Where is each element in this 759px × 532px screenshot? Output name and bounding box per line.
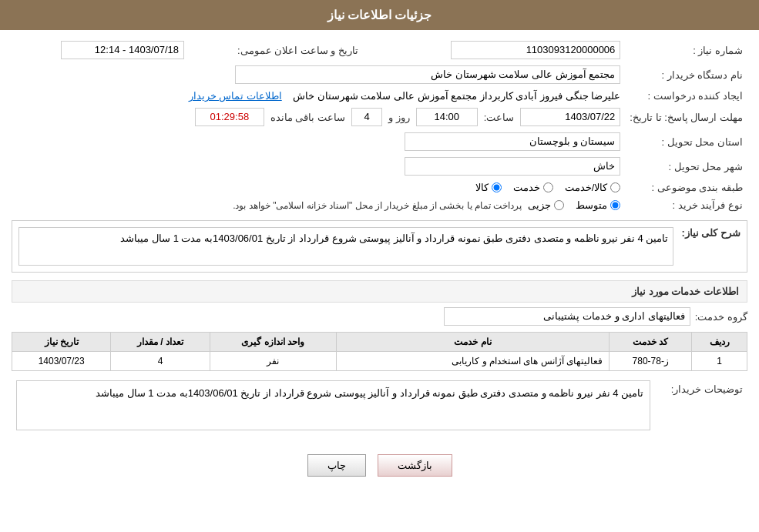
creator-value: علیرضا جنگی فیروز آبادی کاربرداز مجتمع آ…: [293, 90, 620, 102]
send-days-label: روز و: [388, 112, 410, 123]
category-value-cell: کالا/خدمت خدمت کالا: [12, 179, 625, 196]
category-radio-kala-khedmat[interactable]: [610, 182, 620, 192]
table-row: 1 ز-78-780 فعالیتهای آژانس های استخدام و…: [12, 352, 747, 371]
send-days: 4: [351, 108, 382, 126]
purchase-type-note: پرداخت تمام یا بخشی از مبلغ خریدار از مح…: [233, 200, 522, 211]
need-number-label: شماره نیاز :: [625, 38, 747, 62]
col-name: نام خدمت: [336, 333, 609, 352]
send-date: 1403/07/22: [520, 108, 620, 126]
cell-code: ز-78-780: [610, 352, 692, 371]
services-table-body: 1 ز-78-780 فعالیتهای آژانس های استخدام و…: [12, 352, 747, 371]
send-remaining-label: ساعت باقی مانده: [270, 112, 345, 123]
general-desc-section: شرح کلی نیاز: تامین 4 نفر نیرو ناظمه و م…: [12, 220, 747, 273]
col-quantity: تعداد / مقدار: [111, 333, 210, 352]
purchase-type-option-motaveset[interactable]: متوسط: [576, 199, 620, 211]
category-label-kala: کالا: [475, 182, 489, 193]
purchase-type-row: متوسط جزیی پرداخت تمام یا بخشی از مبلغ خ…: [16, 199, 620, 211]
row-category: طبقه بندی موضوعی : کالا/خدمت خدمت: [12, 179, 747, 196]
category-radio-group: کالا/خدمت خدمت کالا: [16, 182, 620, 193]
general-desc-value: تامین 4 نفر نیرو ناظمه و متصدی دفتری طبق…: [18, 227, 673, 266]
page-header: جزئیات اطلاعات نیاز: [0, 0, 759, 30]
send-deadline-row: 1403/07/22 ساعت: 14:00 روز و 4 ساعت باقی…: [16, 108, 620, 126]
city-value-cell: خاش: [12, 154, 625, 179]
row-send-deadline: مهلت ارسال پاسخ: تا تاریخ: 1403/07/22 سا…: [12, 105, 747, 129]
category-option-kala-khedmat[interactable]: کالا/خدمت: [565, 182, 621, 193]
buyer-org-label: نام دستگاه خریدار :: [625, 62, 747, 87]
general-desc-row: شرح کلی نیاز: تامین 4 نفر نیرو ناظمه و م…: [18, 227, 741, 266]
category-label: طبقه بندی موضوعی :: [625, 179, 747, 196]
creator-label: ایجاد کننده درخواست :: [625, 87, 747, 105]
need-number-value-cell: 1103093120000006: [386, 38, 625, 62]
category-label-khedmat: خدمت: [513, 182, 540, 193]
button-bar: بازگشت چاپ: [12, 443, 747, 488]
province-label: استان محل تحویل :: [625, 129, 747, 154]
city-label: شهر محل تحویل :: [625, 154, 747, 179]
row-city: شهر محل تحویل : خاش: [12, 154, 747, 179]
contact-link[interactable]: اطلاعات تماس خریدار: [189, 90, 282, 102]
send-time-label: ساعت:: [484, 112, 515, 123]
purchase-type-label-motaveset: متوسط: [576, 199, 607, 211]
col-code: کد خدمت: [610, 333, 692, 352]
services-header-row: ردیف کد خدمت نام خدمت واحد اندازه گیری ت…: [12, 333, 747, 352]
purchase-type-radio-motaveset[interactable]: [610, 200, 620, 210]
services-table: ردیف کد خدمت نام خدمت واحد اندازه گیری ت…: [12, 332, 747, 371]
page-title: جزئیات اطلاعات نیاز: [327, 8, 432, 22]
purchase-type-radio-jozyi[interactable]: [554, 200, 564, 210]
category-label-kala-khedmat: کالا/خدمت: [565, 182, 608, 193]
announcement-datetime-value: 1403/07/18 - 12:14: [61, 41, 184, 59]
main-info-table: شماره نیاز : 1103093120000006 تاریخ و سا…: [12, 38, 747, 214]
col-unit: واحد اندازه گیری: [210, 333, 336, 352]
services-table-header: ردیف کد خدمت نام خدمت واحد اندازه گیری ت…: [12, 333, 747, 352]
city-value: خاش: [405, 157, 620, 176]
send-remaining: 01:29:58: [195, 108, 264, 126]
service-group-row: گروه خدمت: فعالیتهای اداری و خدمات پشتیب…: [12, 307, 747, 326]
buyer-notes-row: توضیحات خریدار: تامین 4 نفر نیرو ناظمه و…: [12, 377, 747, 437]
buyer-notes-value: تامین 4 نفر نیرو ناظمه و متصدی دفتری طبق…: [16, 380, 650, 430]
back-button[interactable]: بازگشت: [378, 454, 452, 477]
cell-name: فعالیتهای آژانس های استخدام و کاریابی: [336, 352, 609, 371]
col-date: تاریخ نیاز: [12, 333, 111, 352]
general-desc-label: شرح کلی نیاز:: [681, 227, 741, 239]
purchase-type-label-jozyi: جزیی: [528, 199, 551, 211]
province-value-cell: سیستان و بلوچستان: [12, 129, 625, 154]
print-button[interactable]: چاپ: [307, 454, 366, 477]
row-need-number: شماره نیاز : 1103093120000006 تاریخ و سا…: [12, 38, 747, 62]
buyer-notes-value-cell: تامین 4 نفر نیرو ناظمه و متصدی دفتری طبق…: [12, 377, 655, 437]
category-radio-khedmat[interactable]: [543, 182, 553, 192]
category-option-khedmat[interactable]: خدمت: [513, 182, 553, 193]
buyer-notes-label: توضیحات خریدار:: [655, 377, 747, 437]
announcement-value-cell: 1403/07/18 - 12:14: [12, 38, 189, 62]
buyer-notes-table: توضیحات خریدار: تامین 4 نفر نیرو ناظمه و…: [12, 377, 747, 437]
send-time: 14:00: [416, 108, 478, 126]
purchase-type-value-cell: متوسط جزیی پرداخت تمام یا بخشی از مبلغ خ…: [12, 196, 625, 214]
service-group-value: فعالیتهای اداری و خدمات پشتیبانی: [444, 307, 690, 326]
category-option-kala[interactable]: کالا: [475, 182, 502, 193]
content-area: شماره نیاز : 1103093120000006 تاریخ و سا…: [0, 30, 759, 496]
cell-date: 1403/07/23: [12, 352, 111, 371]
service-group-label: گروه خدمت:: [695, 311, 747, 323]
cell-quantity: 4: [111, 352, 210, 371]
need-number-value: 1103093120000006: [451, 41, 620, 59]
buyer-org-value: مجتمع آموزش عالی سلامت شهرستان خاش: [235, 65, 620, 84]
row-creator: ایجاد کننده درخواست : علیرضا جنگی فیروز …: [12, 87, 747, 105]
creator-value-cell: علیرضا جنگی فیروز آبادی کاربرداز مجتمع آ…: [12, 87, 625, 105]
cell-row: 1: [692, 352, 747, 371]
services-section-title: اطلاعات خدمات مورد نیاز: [12, 280, 747, 303]
purchase-type-option-jozyi[interactable]: جزیی: [528, 199, 564, 211]
cell-unit: نفر: [210, 352, 336, 371]
send-deadline-label: مهلت ارسال پاسخ: تا تاریخ:: [625, 105, 747, 129]
row-buyer-org: نام دستگاه خریدار : مجتمع آموزش عالی سلا…: [12, 62, 747, 87]
send-deadline-value-cell: 1403/07/22 ساعت: 14:00 روز و 4 ساعت باقی…: [12, 105, 625, 129]
province-value: سیستان و بلوچستان: [405, 132, 620, 151]
purchase-type-radio-group: متوسط جزیی: [528, 199, 620, 211]
page-container: جزئیات اطلاعات نیاز شماره نیاز : 1103093…: [0, 0, 759, 532]
announcement-label: تاریخ و ساعت اعلان عمومی:: [189, 38, 363, 62]
col-row: ردیف: [692, 333, 747, 352]
row-purchase-type: نوع فرآیند خرید : متوسط جزیی: [12, 196, 747, 214]
buyer-org-value-cell: مجتمع آموزش عالی سلامت شهرستان خاش: [12, 62, 625, 87]
category-radio-kala[interactable]: [492, 182, 502, 192]
row-province: استان محل تحویل : سیستان و بلوچستان: [12, 129, 747, 154]
purchase-type-label: نوع فرآیند خرید :: [625, 196, 747, 214]
